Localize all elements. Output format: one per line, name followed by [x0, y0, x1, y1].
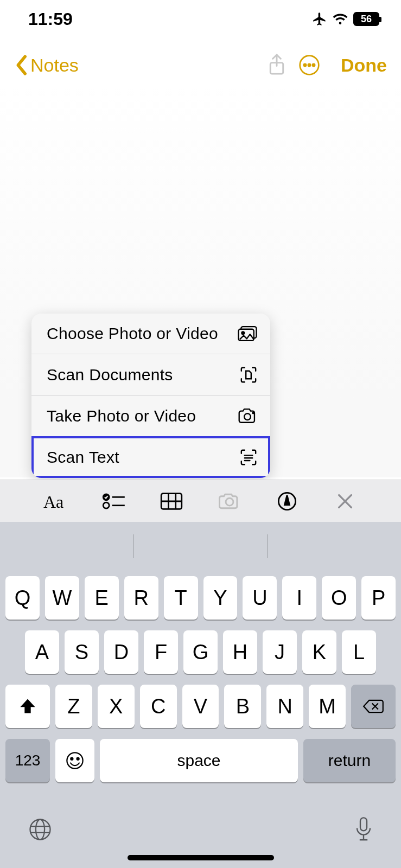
- battery-level: 56: [361, 14, 372, 24]
- key-g[interactable]: G: [183, 630, 218, 674]
- svg-point-32: [36, 819, 44, 839]
- key-backspace[interactable]: [351, 685, 396, 728]
- dictation-button[interactable]: [354, 816, 373, 845]
- menu-choose-photo-video[interactable]: Choose Photo or Video: [31, 314, 270, 354]
- battery-indicator: 56: [353, 12, 379, 26]
- emoji-icon: [65, 751, 85, 770]
- menu-scan-text[interactable]: Scan Text: [31, 436, 270, 478]
- key-s[interactable]: S: [65, 630, 99, 674]
- close-format-button[interactable]: [332, 488, 359, 515]
- key-u[interactable]: U: [243, 576, 277, 620]
- text-style-button[interactable]: Aa: [42, 488, 69, 515]
- camera-attach-button[interactable]: [216, 488, 243, 515]
- key-e[interactable]: E: [85, 576, 119, 620]
- key-t[interactable]: T: [164, 576, 198, 620]
- suggestion-bar: [0, 522, 401, 571]
- key-space[interactable]: space: [100, 739, 298, 782]
- shift-icon: [18, 698, 37, 715]
- key-m[interactable]: M: [309, 685, 346, 728]
- status-bar: 11:59 56: [0, 0, 401, 38]
- checklist-button[interactable]: [100, 488, 128, 515]
- key-w[interactable]: W: [45, 576, 79, 620]
- ellipsis-circle-icon: [298, 54, 320, 76]
- key-h[interactable]: H: [223, 630, 257, 674]
- key-return[interactable]: return: [303, 739, 396, 782]
- key-k[interactable]: K: [302, 630, 336, 674]
- menu-scan-documents[interactable]: Scan Documents: [31, 354, 270, 395]
- keyboard-switch-button[interactable]: [28, 818, 52, 844]
- status-indicators: 56: [312, 11, 379, 27]
- suggestion-divider: [133, 534, 134, 558]
- key-i[interactable]: I: [282, 576, 316, 620]
- menu-take-photo-video[interactable]: Take Photo or Video: [31, 395, 270, 436]
- suggestion-divider: [267, 534, 268, 558]
- svg-point-30: [77, 758, 79, 760]
- svg-point-8: [244, 413, 251, 420]
- keyboard-row-1: Q W E R T Y U I O P: [5, 576, 396, 620]
- airplane-mode-icon: [312, 11, 327, 27]
- markup-icon: [277, 491, 297, 512]
- key-j[interactable]: J: [263, 630, 297, 674]
- nav-bar: Notes Done: [0, 49, 401, 81]
- backspace-icon: [362, 698, 384, 714]
- key-o[interactable]: O: [322, 576, 356, 620]
- key-v[interactable]: V: [182, 685, 219, 728]
- svg-point-2: [304, 64, 306, 66]
- camera-icon: [218, 492, 241, 510]
- menu-item-label: Scan Documents: [47, 366, 173, 384]
- globe-icon: [28, 818, 52, 841]
- text-style-icon: Aa: [43, 492, 68, 511]
- key-l[interactable]: L: [342, 630, 376, 674]
- key-p[interactable]: P: [361, 576, 396, 620]
- share-button[interactable]: [260, 53, 293, 77]
- svg-point-9: [252, 412, 253, 413]
- home-indicator[interactable]: [128, 855, 274, 860]
- camera-icon: [237, 407, 258, 425]
- wifi-icon: [333, 12, 348, 25]
- markup-button[interactable]: [273, 488, 301, 515]
- keyboard-row-3: Z X C V B N M: [5, 685, 396, 728]
- key-d[interactable]: D: [104, 630, 138, 674]
- keyboard-row-4: 123 space return: [5, 739, 396, 782]
- key-r[interactable]: R: [124, 576, 158, 620]
- svg-point-3: [308, 64, 310, 66]
- table-button[interactable]: [158, 488, 185, 515]
- scan-document-icon: [239, 365, 258, 385]
- key-numbers[interactable]: 123: [5, 739, 50, 782]
- svg-point-28: [67, 752, 82, 768]
- checklist-icon: [102, 492, 126, 510]
- svg-point-16: [103, 502, 109, 508]
- key-shift[interactable]: [5, 685, 50, 728]
- menu-item-label: Choose Photo or Video: [47, 324, 218, 343]
- key-z[interactable]: Z: [55, 685, 92, 728]
- svg-rect-35: [360, 818, 367, 831]
- back-label: Notes: [30, 55, 79, 76]
- key-n[interactable]: N: [266, 685, 303, 728]
- attach-menu: Choose Photo or Video Scan Documents Tak…: [31, 314, 270, 478]
- done-button[interactable]: Done: [341, 55, 387, 76]
- svg-point-7: [241, 331, 244, 334]
- svg-point-29: [71, 758, 73, 760]
- key-x[interactable]: X: [98, 685, 135, 728]
- svg-point-4: [313, 64, 315, 66]
- share-icon: [267, 53, 287, 77]
- key-f[interactable]: F: [144, 630, 178, 674]
- more-button[interactable]: [293, 54, 326, 76]
- keyboard-row-2: A S D F G H J K L: [5, 630, 396, 674]
- format-toolbar: Aa: [0, 480, 401, 522]
- status-time: 11:59: [28, 9, 73, 29]
- photo-library-icon: [237, 324, 258, 343]
- menu-item-label: Scan Text: [47, 448, 119, 467]
- key-emoji[interactable]: [55, 739, 94, 782]
- menu-item-label: Take Photo or Video: [47, 407, 196, 425]
- key-q[interactable]: Q: [5, 576, 40, 620]
- svg-point-22: [226, 498, 233, 506]
- key-a[interactable]: A: [25, 630, 59, 674]
- key-b[interactable]: B: [224, 685, 261, 728]
- keyboard: Q W E R T Y U I O P A S D F G H J K L Z: [0, 522, 401, 868]
- microphone-icon: [354, 816, 373, 843]
- back-button[interactable]: Notes: [14, 54, 79, 76]
- scan-text-icon: [239, 448, 258, 467]
- key-y[interactable]: Y: [203, 576, 238, 620]
- key-c[interactable]: C: [140, 685, 177, 728]
